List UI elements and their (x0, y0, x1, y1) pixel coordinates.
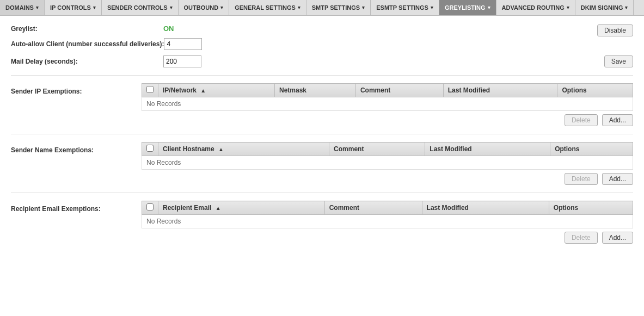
sender-ip-delete-button[interactable]: Delete (565, 114, 598, 126)
sender-ip-actions: Delete Add... (142, 114, 633, 126)
top-navigation: DOMAINS ▾ IP CONTROLS ▾ SENDER CONTROLS … (0, 0, 644, 16)
sender-name-actions: Delete Add... (142, 173, 633, 185)
chevron-down-icon: ▾ (488, 5, 490, 10)
greylist-status: ON (163, 24, 174, 33)
sender-name-col-last-modified: Last Modified (425, 142, 550, 156)
sender-ip-no-records: No Records (142, 97, 633, 111)
chevron-down-icon: ▾ (298, 5, 300, 10)
chevron-down-icon: ▾ (220, 5, 223, 10)
chevron-down-icon: ▾ (93, 5, 96, 10)
disable-button[interactable]: Disable (597, 24, 633, 36)
recipient-email-table: Recipient Email ▲ Comment Last Modified … (142, 201, 633, 228)
chevron-down-icon: ▾ (362, 5, 365, 10)
recipient-email-actions: Delete Add... (142, 232, 633, 244)
recipient-email-col-comment: Comment (324, 201, 422, 215)
table-row: No Records (142, 156, 633, 170)
sender-name-col-checkbox (142, 142, 158, 156)
recipient-email-add-button[interactable]: Add... (602, 232, 633, 244)
chevron-down-icon: ▾ (625, 5, 628, 10)
nav-label-esmtp-settings: ESMTP SETTINGS (376, 4, 428, 11)
main-content: Greylist: ON Disable Auto-allow Client (… (0, 16, 644, 258)
mail-delay-label: Mail Delay (seconds): (11, 58, 163, 65)
recipient-email-select-all[interactable] (146, 203, 154, 210)
sender-name-table: Client Hostname ▲ Comment Last Modified … (142, 142, 633, 170)
mail-delay-row: Mail Delay (seconds): (11, 55, 633, 67)
nav-item-advanced-routing[interactable]: ADVANCED ROUTING ▾ (496, 0, 575, 15)
recipient-email-label: Recipient Email Exemptions: (11, 201, 131, 213)
sort-asc-icon: ▲ (216, 205, 221, 211)
sender-ip-col-checkbox (142, 84, 158, 97)
auto-allow-label: Auto-allow Client (number successful del… (11, 40, 164, 48)
sender-name-col-comment: Comment (329, 142, 425, 156)
chevron-down-icon: ▾ (431, 5, 433, 10)
sort-asc-icon: ▲ (200, 88, 206, 94)
auto-allow-row: Auto-allow Client (number successful del… (11, 38, 633, 50)
chevron-down-icon: ▾ (170, 5, 173, 10)
greylist-status-row: Greylist: ON (11, 24, 633, 33)
nav-item-smtp-settings[interactable]: SMTP SETTINGS ▾ (306, 0, 371, 15)
sender-name-select-all[interactable] (146, 145, 154, 152)
nav-label-greylisting: GREYLISTING (445, 4, 486, 11)
sender-name-content: Client Hostname ▲ Comment Last Modified … (142, 142, 633, 185)
nav-item-esmtp-settings[interactable]: ESMTP SETTINGS ▾ (371, 0, 439, 15)
nav-label-domains: DOMAINS (5, 4, 34, 11)
recipient-email-delete-button[interactable]: Delete (565, 232, 598, 244)
recipient-email-content: Recipient Email ▲ Comment Last Modified … (142, 201, 633, 244)
recipient-email-col-checkbox (142, 201, 158, 215)
nav-label-advanced-routing: ADVANCED ROUTING (502, 4, 565, 11)
nav-item-domains[interactable]: DOMAINS ▾ (0, 0, 45, 15)
nav-item-sender-controls[interactable]: SENDER CONTROLS ▾ (102, 0, 179, 15)
recipient-email-no-records: No Records (142, 215, 633, 228)
nav-label-smtp-settings: SMTP SETTINGS (312, 4, 360, 11)
sender-ip-section: Sender IP Exemptions: IP/Network ▲ Netma… (11, 83, 633, 126)
recipient-email-col-email[interactable]: Recipient Email ▲ (158, 201, 325, 215)
chevron-down-icon: ▾ (567, 5, 569, 10)
nav-label-sender-controls: SENDER CONTROLS (107, 4, 168, 11)
sender-name-no-records: No Records (142, 156, 633, 170)
table-row: No Records (142, 97, 633, 111)
recipient-email-col-last-modified: Last Modified (422, 201, 549, 215)
mail-delay-input[interactable] (163, 55, 201, 67)
sender-ip-col-last-modified: Last Modified (443, 84, 557, 97)
sender-ip-col-comment: Comment (355, 84, 443, 97)
table-row: No Records (142, 215, 633, 228)
sender-ip-table: IP/Network ▲ Netmask Comment Last Modifi… (142, 83, 633, 111)
sender-ip-add-button[interactable]: Add... (602, 114, 633, 126)
sender-name-section: Sender Name Exemptions: Client Hostname … (11, 142, 633, 185)
sender-ip-col-options: Options (557, 84, 633, 97)
nav-label-ip-controls: IP CONTROLS (50, 4, 91, 11)
sender-name-label: Sender Name Exemptions: (11, 142, 131, 154)
nav-label-dkim-signing: DKIM SIGNING (581, 4, 623, 11)
sender-ip-label: Sender IP Exemptions: (11, 83, 131, 95)
sort-asc-icon: ▲ (218, 146, 224, 152)
sender-name-col-options: Options (550, 142, 633, 156)
nav-label-general-settings: GENERAL SETTINGS (235, 4, 296, 11)
greylist-label: Greylist: (11, 25, 163, 33)
sender-name-add-button[interactable]: Add... (602, 173, 633, 185)
nav-label-outbound: OUTBOUND (184, 4, 219, 11)
sender-name-delete-button[interactable]: Delete (565, 173, 598, 185)
nav-item-greylisting[interactable]: GREYLISTING ▾ (439, 0, 496, 15)
divider-1 (11, 75, 633, 76)
auto-allow-input[interactable] (164, 38, 202, 50)
nav-item-ip-controls[interactable]: IP CONTROLS ▾ (45, 0, 102, 15)
nav-item-dkim-signing[interactable]: DKIM SIGNING ▾ (575, 0, 634, 15)
sender-ip-select-all[interactable] (146, 86, 154, 93)
sender-name-col-hostname[interactable]: Client Hostname ▲ (158, 142, 329, 156)
save-button[interactable]: Save (604, 55, 633, 67)
recipient-email-section: Recipient Email Exemptions: Recipient Em… (11, 201, 633, 244)
nav-item-outbound[interactable]: OUTBOUND ▾ (179, 0, 230, 15)
sender-ip-col-netmask: Netmask (274, 84, 355, 97)
recipient-email-col-options: Options (549, 201, 633, 215)
sender-ip-content: IP/Network ▲ Netmask Comment Last Modifi… (142, 83, 633, 126)
chevron-down-icon: ▾ (36, 5, 39, 10)
sender-ip-col-ip[interactable]: IP/Network ▲ (158, 84, 275, 97)
divider-2 (11, 134, 633, 134)
nav-item-general-settings[interactable]: GENERAL SETTINGS ▾ (229, 0, 306, 15)
divider-3 (11, 193, 633, 193)
